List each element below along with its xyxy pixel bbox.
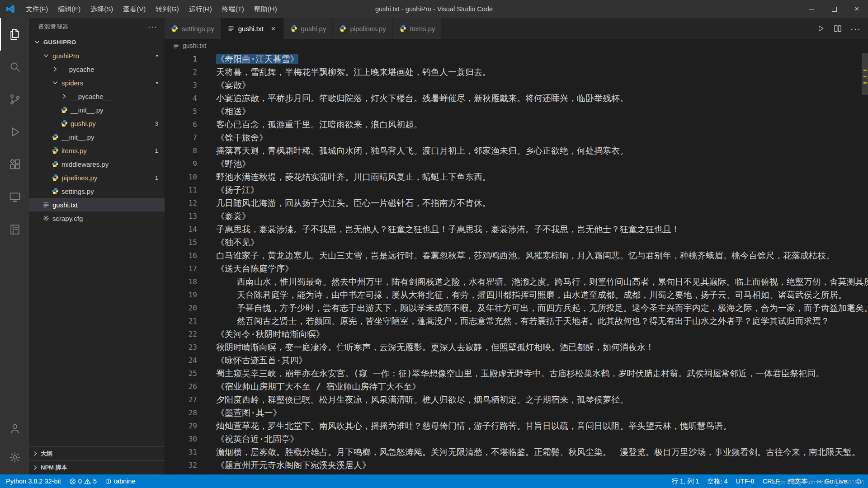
tree-item-__init__-py[interactable]: __init__.py	[29, 130, 165, 144]
menubar-item-file[interactable]: 文件(F)	[21, 0, 53, 18]
search-icon	[9, 61, 21, 73]
editor-line: 8摇落暮天迥，青枫霜叶稀。孤城向水闭，独鸟背人飞。渡口月初上，邻家渔未归。乡心正…	[165, 144, 868, 157]
activity-search[interactable]	[0, 51, 29, 83]
activity-remote-explorer[interactable]	[0, 181, 29, 213]
tree-item-__init__-py[interactable]: __init__.py	[29, 103, 165, 117]
menubar-item-selection[interactable]: 选择(S)	[85, 0, 118, 18]
line-number: 24	[165, 354, 197, 367]
line-number: 22	[165, 328, 197, 341]
explorer-more-actions-icon[interactable]: ···	[148, 22, 157, 32]
tree-item-GUSHIPRO[interactable]: GUSHIPRO	[29, 35, 165, 49]
status-bar: Python 3.8.2 32-bit05tabnine 行 1, 列 1空格:…	[0, 474, 868, 488]
status-tabnine[interactable]: tabnine	[101, 474, 140, 488]
activity-run-debug[interactable]	[0, 116, 29, 148]
tree-item-gushi-py[interactable]: gushi.py3	[29, 117, 165, 130]
line-content: 《关河令·秋阴时晴渐向暝》	[197, 328, 324, 341]
status-eol[interactable]: CRLF	[759, 474, 784, 488]
tree-item-gushiPro[interactable]: gushiPro●	[29, 49, 165, 62]
text-file-icon	[227, 25, 235, 32]
status-notifications[interactable]	[851, 474, 866, 488]
tab-gushi-txt[interactable]: gushi.txt×	[221, 18, 284, 39]
tree-item-__pycache__[interactable]: __pycache__	[29, 89, 165, 103]
maximize-button[interactable]	[823, 0, 845, 18]
tree-item-middlewares-py[interactable]: middlewares.py	[29, 157, 165, 171]
editor-line: 24《咏怀古迹五首·其四》	[165, 354, 868, 367]
line-content: 《送天台陈庭学序》	[197, 262, 293, 275]
status-language-mode[interactable]: 纯文本	[784, 474, 812, 488]
activity-notebook[interactable]	[0, 213, 29, 246]
activity-source-control[interactable]	[0, 83, 29, 116]
minimize-button[interactable]	[800, 0, 823, 18]
editor-line: 2天将暮，雪乱舞，半梅花半飘柳絮。江上晚来堪画处，钓鱼人一蓑归去。	[165, 66, 868, 79]
status-cursor-position[interactable]: 行 1, 列 1	[667, 474, 703, 488]
line-number: 31	[165, 446, 197, 459]
tab-items-py[interactable]: items.py	[393, 18, 442, 39]
editor-line: 32《题宣州开元寺水阁阁下宛溪夹溪居人》	[165, 459, 868, 472]
editor-line: 15《独不见》	[165, 236, 868, 249]
line-content: 《祝英台近·北固亭》	[197, 432, 298, 446]
menubar-item-terminal[interactable]: 终端(T)	[217, 0, 249, 18]
tree-item-__pycache__[interactable]: __pycache__	[29, 62, 165, 76]
tree-item-settings-py[interactable]: settings.py	[29, 184, 165, 198]
line-number: 9	[165, 157, 197, 170]
activity-settings[interactable]	[0, 443, 29, 472]
python-file-icon	[52, 160, 59, 168]
status-python-version-label: Python 3.8.2 32-bit	[6, 478, 61, 485]
menubar-item-run[interactable]: 运行(R)	[184, 0, 217, 18]
line-number: 14	[165, 223, 197, 236]
line-number: 5	[165, 105, 197, 118]
tab-close-icon[interactable]: ×	[270, 24, 277, 33]
tree-item-spiders[interactable]: spiders●	[29, 76, 165, 89]
tab-settings-py[interactable]: settings.py	[165, 18, 221, 39]
status-indentation[interactable]: 空格: 4	[703, 474, 731, 488]
editor-scrollbar[interactable]	[862, 52, 868, 474]
run-file-icon[interactable]	[816, 24, 825, 33]
menubar: 文件(F)编辑(E)选择(S)查看(V)转到(G)运行(R)终端(T)帮助(H)	[21, 0, 282, 18]
tree-item-label: settings.py	[61, 188, 94, 195]
activity-explorer[interactable]	[0, 18, 29, 51]
tree-item-gushi-txt[interactable]: gushi.txt	[29, 198, 165, 211]
scrollbar-thumb[interactable]	[862, 53, 868, 95]
text-selection: 《寿阳曲·江天暮雪》	[216, 54, 298, 64]
python-file-icon	[290, 25, 297, 32]
sidebar-panel-outline[interactable]: 大纲	[29, 446, 165, 460]
editor-line: 31澹烟横，层雾敛。胜概分雄占。月下鸣榔，风急怒涛飐。关河无限清愁，不堪临鉴。正…	[165, 446, 868, 459]
status-problems[interactable]: 05	[65, 474, 101, 488]
editor-line: 19 天台陈君庭学，能为诗，由中书左司掾，屡从大将北征，有劳，擢四川都指挥司照磨…	[165, 288, 868, 301]
line-content: 秋阴时晴渐向暝，变一庭凄冷。伫听寒声，云深无雁影。更深人去寂静，但照壁孤灯相映。…	[197, 341, 654, 354]
tab-label: pipelines.py	[350, 25, 386, 33]
tree-item-pipelines-py[interactable]: pipelines.py1	[29, 171, 165, 184]
tab-label: gushi.txt	[238, 25, 264, 33]
menubar-item-edit[interactable]: 编辑(E)	[53, 0, 85, 18]
menubar-item-go[interactable]: 转到(G)	[151, 0, 184, 18]
tab-pipelines-py[interactable]: pipelines.py	[333, 18, 392, 39]
chevron-right-icon	[32, 450, 39, 457]
editor-line: 17《送天台陈庭学序》	[165, 262, 868, 275]
editor-line: 16白马谁家子，黄龙边塞儿。天山三丈雪，岂是远行时。春蕙忽秋草，莎鸡鸣西池。风摧…	[165, 249, 868, 262]
menubar-item-help[interactable]: 帮助(H)	[249, 0, 282, 18]
breadcrumb-file-label: gushi.txt	[183, 42, 206, 49]
problems-dot-badge: ●	[156, 53, 158, 58]
editor-line: 3《宴散》	[165, 79, 868, 92]
sidebar-panel-npm-scripts[interactable]: NPM 脚本	[29, 460, 165, 474]
breadcrumb[interactable]: gushi.txt	[165, 39, 868, 52]
menubar-item-view[interactable]: 查看(V)	[118, 0, 151, 18]
tab-gushi-py[interactable]: gushi.py	[284, 18, 333, 39]
status-python-version[interactable]: Python 3.8.2 32-bit	[2, 474, 65, 488]
editor-line: 9《野池》	[165, 157, 868, 170]
more-actions-icon[interactable]: ···	[850, 23, 861, 34]
tree-item-scrapy-cfg[interactable]: scrapy.cfg	[29, 211, 165, 225]
warning-count: 5	[93, 478, 97, 485]
tree-item-items-py[interactable]: items.py1	[29, 144, 165, 157]
activity-account[interactable]	[0, 414, 29, 443]
code-editor[interactable]: 1《寿阳曲·江天暮雪》2天将暮，雪乱舞，半梅花半飘柳絮。江上晚来堪画处，钓鱼人一…	[165, 52, 868, 474]
line-number: 3	[165, 79, 197, 92]
status-eol-label: CRLF	[763, 478, 780, 485]
text-file-icon	[42, 201, 50, 208]
line-number: 27	[165, 393, 197, 406]
close-button[interactable]: ×	[845, 0, 868, 18]
status-go-live[interactable]: Go Live	[811, 474, 851, 488]
activity-extensions[interactable]	[0, 148, 29, 181]
status-encoding[interactable]: UTF-8	[732, 474, 759, 488]
split-editor-icon[interactable]	[833, 24, 842, 33]
